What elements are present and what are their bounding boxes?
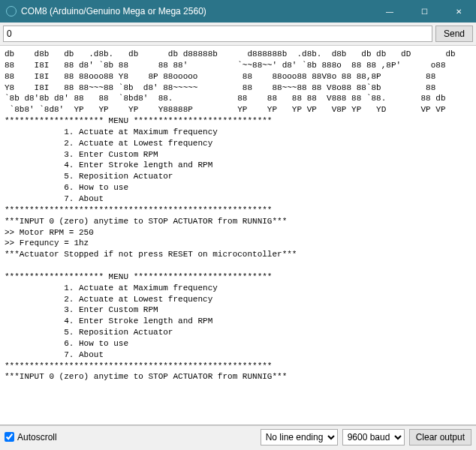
serial-console: db d8b db .d8b. db db d88888b d888888b .…	[0, 46, 476, 424]
line-ending-select[interactable]: No line ending	[261, 429, 338, 446]
input-row: Send	[0, 22, 476, 46]
bottom-bar: Autoscroll No line ending 9600 baud Clea…	[0, 425, 476, 448]
autoscroll-label: Autoscroll	[17, 432, 57, 442]
serial-input[interactable]	[3, 26, 432, 42]
window-controls: — ☐ ✕	[372, 0, 476, 22]
app-icon	[6, 6, 17, 16]
close-button[interactable]: ✕	[441, 0, 476, 22]
baud-select[interactable]: 9600 baud	[342, 429, 405, 446]
maximize-button[interactable]: ☐	[407, 0, 441, 22]
autoscroll-checkbox[interactable]	[5, 432, 14, 442]
send-button[interactable]: Send	[435, 26, 473, 42]
window-title: COM8 (Arduino/Genuino Mega or Mega 2560)	[21, 6, 372, 16]
minimize-button[interactable]: —	[372, 0, 407, 22]
autoscroll-label-wrap[interactable]: Autoscroll	[5, 432, 57, 442]
clear-output-button[interactable]: Clear output	[409, 429, 471, 446]
titlebar: COM8 (Arduino/Genuino Mega or Mega 2560)…	[0, 0, 476, 22]
